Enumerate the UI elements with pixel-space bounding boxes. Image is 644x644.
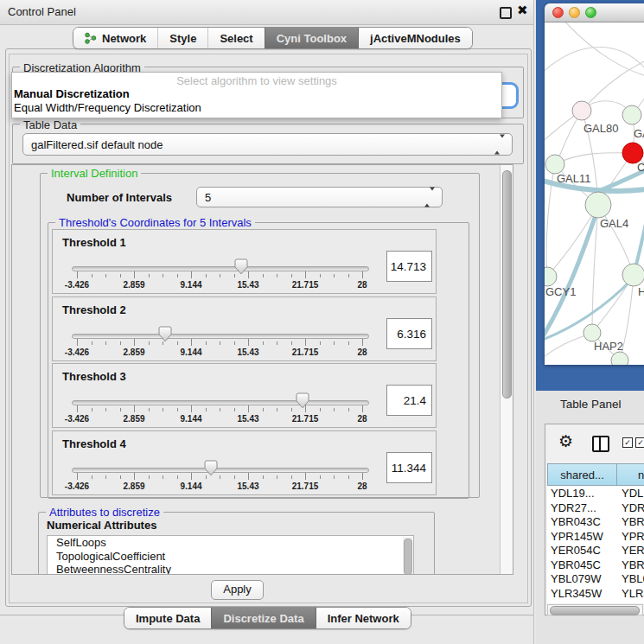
threshold-panel: Threshold 1-3.4262.8599.14415.4321.71528… bbox=[52, 229, 437, 294]
attribute-list-item[interactable]: SelfLoops bbox=[48, 536, 413, 550]
table-rows[interactable]: YDL19...YDL1YDR27...YDR2YBR043CYBR0YPR14… bbox=[547, 486, 644, 603]
attributes-group-title: Attributes to discretize bbox=[46, 506, 163, 519]
tab-cyni-toolbox[interactable]: Cyni Toolbox bbox=[265, 28, 358, 48]
table-row[interactable]: YBL079WYBL0 bbox=[547, 571, 644, 586]
interval-definition-group-title: Interval Definition bbox=[48, 167, 141, 180]
table-row[interactable]: YER054CYER0 bbox=[547, 543, 644, 558]
tick-mark bbox=[234, 475, 235, 479]
threshold-value-box[interactable]: 21.4 bbox=[386, 385, 432, 416]
bottom-node[interactable] bbox=[611, 352, 628, 365]
close-panel-icon[interactable]: ✖ bbox=[517, 3, 528, 18]
gal11-node[interactable] bbox=[545, 155, 564, 174]
tick-mark bbox=[206, 408, 207, 411]
tick-mark bbox=[291, 475, 292, 479]
threshold-slider[interactable]: -3.4262.8599.14415.4321.71528 bbox=[77, 392, 362, 427]
tick-mark bbox=[163, 274, 163, 277]
tick-mark bbox=[291, 408, 292, 411]
column-header-shared-name[interactable]: shared... bbox=[547, 463, 617, 486]
tick-mark bbox=[191, 405, 192, 412]
threshold-slider[interactable]: -3.4262.8599.14415.4321.71528 bbox=[77, 460, 362, 494]
tick-mark bbox=[305, 271, 306, 278]
select-checkbox-icon-2[interactable]: ✓ bbox=[635, 437, 644, 448]
gal3-node[interactable] bbox=[622, 105, 641, 124]
hap2-node[interactable] bbox=[583, 324, 601, 341]
gcy1-node[interactable] bbox=[545, 267, 557, 286]
threshold-slider[interactable]: -3.4262.8599.14415.4321.71528 bbox=[77, 258, 362, 293]
tick-mark bbox=[277, 274, 277, 277]
close-window-icon[interactable] bbox=[552, 7, 564, 18]
right-node[interactable] bbox=[622, 264, 644, 286]
tick-mark bbox=[77, 339, 78, 346]
tick-mark bbox=[248, 473, 249, 480]
dropdown-option-equal-width-frequency[interactable]: Equal Width/Frequency Discretization bbox=[12, 101, 501, 115]
tick-mark bbox=[362, 339, 363, 346]
tick-label: 9.144 bbox=[180, 481, 201, 491]
table-settings-gear-icon[interactable]: ⚙ bbox=[558, 431, 573, 450]
settings-vertical-scrollbar[interactable] bbox=[500, 165, 513, 574]
tick-mark bbox=[334, 408, 335, 411]
table-row[interactable]: YPR145WYPR1 bbox=[547, 529, 644, 544]
select-checkbox-icon[interactable]: ✓ bbox=[622, 437, 633, 448]
table-horizontal-scrollbar[interactable] bbox=[547, 604, 643, 615]
table-row[interactable]: YIL052CYIL0 bbox=[547, 600, 644, 603]
dropdown-placeholder-option[interactable]: Select algorithm to view settings bbox=[12, 74, 501, 87]
scrollbar-thumb[interactable] bbox=[550, 606, 640, 615]
table-row[interactable]: YDL19...YDL1 bbox=[547, 486, 644, 501]
table-row[interactable]: YDR27...YDR2 bbox=[547, 501, 644, 515]
slider-thumb[interactable] bbox=[234, 258, 248, 275]
tab-network[interactable]: Network bbox=[73, 28, 157, 48]
pink-node[interactable] bbox=[572, 101, 591, 120]
attribute-list-item[interactable]: BetweennessCentrality bbox=[48, 563, 413, 575]
scrollbar-thumb[interactable] bbox=[502, 170, 512, 399]
tick-mark bbox=[248, 405, 249, 412]
attributes-list-scrollbar[interactable] bbox=[403, 537, 412, 575]
slider-thumb[interactable] bbox=[204, 460, 218, 476]
column-header-name[interactable]: na bbox=[617, 463, 644, 486]
apply-button[interactable]: Apply bbox=[211, 580, 264, 600]
tab-jactivemnodules[interactable]: jActiveMNodules bbox=[358, 28, 472, 48]
scrollbar-thumb[interactable] bbox=[404, 539, 412, 575]
tick-label: -3.426 bbox=[65, 414, 89, 424]
dropdown-option-manual-discretization[interactable]: Manual Discretization bbox=[12, 87, 501, 101]
cell-shared-name: YER054C bbox=[551, 544, 601, 557]
zoom-window-icon[interactable] bbox=[585, 7, 596, 18]
gal4-node[interactable] bbox=[585, 192, 611, 218]
threshold-value-box[interactable]: 6.316 bbox=[386, 318, 432, 349]
network-canvas[interactable]: GAL80GACGAL11GAL4GCY1HHAP2 bbox=[545, 22, 644, 365]
tick-mark bbox=[92, 408, 92, 411]
attribute-list-item[interactable]: TopologicalCoefficient bbox=[48, 550, 413, 564]
cell-shared-name: YBL079W bbox=[551, 572, 602, 585]
threshold-slider[interactable]: -3.4262.8599.14415.4321.71528 bbox=[77, 326, 362, 360]
network-graph: GAL80GACGAL11GAL4GCY1HHAP2 bbox=[545, 22, 644, 365]
minimize-window-icon[interactable] bbox=[569, 7, 580, 18]
slider-thumb[interactable] bbox=[158, 326, 172, 342]
threshold-value-box[interactable]: 14.713 bbox=[386, 251, 432, 282]
slider-scale-labels: -3.4262.8599.14415.4321.71528 bbox=[77, 481, 362, 492]
table-data-combobox[interactable]: galFiltered.sif default node bbox=[22, 133, 513, 156]
tab-style[interactable]: Style bbox=[157, 28, 207, 48]
tick-label: 2.859 bbox=[123, 481, 144, 491]
float-panel-icon[interactable] bbox=[500, 7, 512, 19]
panel-split-divider[interactable] bbox=[533, 0, 534, 644]
panel-title: Control Panel bbox=[8, 5, 76, 18]
tab-impute-data[interactable]: Impute Data bbox=[124, 608, 211, 628]
tab-discretize-data[interactable]: Discretize Data bbox=[211, 608, 315, 628]
threshold-value-box[interactable]: 11.344 bbox=[386, 452, 432, 483]
tick-mark bbox=[134, 405, 135, 412]
number-of-intervals-combobox[interactable]: 5 bbox=[196, 187, 443, 207]
cell-name: YPR1 bbox=[622, 530, 644, 543]
tab-infer-network[interactable]: Infer Network bbox=[316, 608, 411, 628]
tab-select[interactable]: Select bbox=[207, 28, 264, 48]
cell-shared-name: YBR045C bbox=[551, 558, 601, 571]
tick-label: -3.426 bbox=[65, 280, 89, 290]
tick-mark bbox=[234, 341, 235, 345]
slider-thumb[interactable] bbox=[296, 392, 309, 409]
table-row[interactable]: YBR043CYBR0 bbox=[547, 514, 644, 529]
tick-label: 28 bbox=[357, 348, 367, 357]
column-chooser-icon[interactable] bbox=[592, 436, 609, 452]
table-row[interactable]: YLR345WYLR3 bbox=[547, 586, 644, 601]
table-row[interactable]: YBR045CYBR0 bbox=[547, 558, 644, 572]
tick-mark bbox=[263, 475, 264, 479]
numerical-attributes-list[interactable]: SelfLoopsTopologicalCoefficientBetweenne… bbox=[47, 535, 414, 575]
tick-label: 9.144 bbox=[180, 348, 201, 357]
